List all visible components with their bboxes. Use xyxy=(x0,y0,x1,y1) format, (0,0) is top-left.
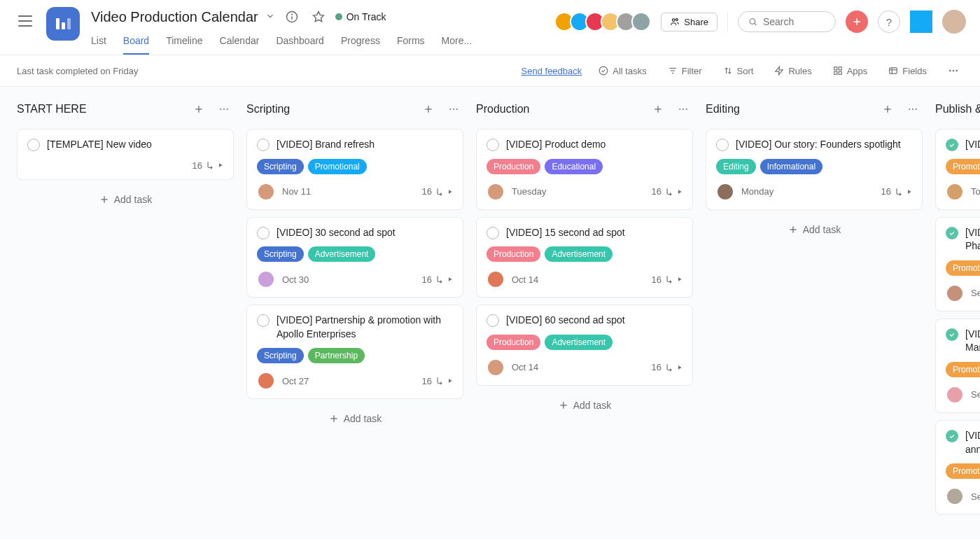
assignee-avatar[interactable] xyxy=(946,487,964,505)
hamburger-menu[interactable] xyxy=(14,10,36,32)
complete-checkbox[interactable] xyxy=(946,328,958,341)
due-date[interactable]: Sep 17 xyxy=(971,491,980,502)
due-date[interactable]: Nov 11 xyxy=(282,186,311,197)
column-add-button[interactable] xyxy=(189,99,209,119)
assignee-avatar[interactable] xyxy=(946,183,964,201)
search-box[interactable] xyxy=(738,11,836,32)
due-date[interactable]: Oct 27 xyxy=(282,376,309,386)
complete-checkbox[interactable] xyxy=(27,139,40,151)
global-add-button[interactable] xyxy=(846,10,868,33)
tag[interactable]: Educational xyxy=(545,159,603,174)
due-date[interactable]: Monday xyxy=(741,186,774,197)
add-task-button[interactable]: Add task xyxy=(17,187,234,212)
complete-checkbox[interactable] xyxy=(486,314,499,327)
column-title[interactable]: START HERE xyxy=(17,103,183,115)
subtask-count[interactable]: 16 xyxy=(422,274,453,285)
column-menu-button[interactable] xyxy=(444,99,463,119)
column-title[interactable]: Production xyxy=(476,103,643,115)
assignee-avatar[interactable] xyxy=(946,284,964,302)
upgrade-tile[interactable] xyxy=(910,10,932,33)
due-date[interactable]: Oct 30 xyxy=(282,274,309,285)
tab-board[interactable]: Board xyxy=(123,31,149,55)
task-card[interactable]: [TEMPLATE] New video 16 xyxy=(17,129,234,180)
subtask-count[interactable]: 16 xyxy=(881,186,912,197)
subtask-count[interactable]: 16 xyxy=(192,160,223,171)
subtask-count[interactable]: 16 xyxy=(422,376,453,386)
tab-forms[interactable]: Forms xyxy=(397,31,425,55)
column-menu-button[interactable] xyxy=(214,99,234,119)
tag[interactable]: Production xyxy=(486,159,540,174)
tab-calendar[interactable]: Calendar xyxy=(220,31,260,55)
add-task-button[interactable]: Add task xyxy=(246,406,463,431)
complete-checkbox[interactable] xyxy=(716,139,729,151)
chevron-down-icon[interactable] xyxy=(265,11,275,23)
profile-avatar[interactable] xyxy=(942,10,966,34)
filter-button[interactable]: Filter xyxy=(664,63,706,79)
tab-progress[interactable]: Progress xyxy=(341,31,380,55)
column-menu-button[interactable] xyxy=(673,99,693,119)
complete-checkbox[interactable] xyxy=(257,139,270,151)
feedback-link[interactable]: Send feedback xyxy=(522,66,582,76)
due-date[interactable]: Sep 23 xyxy=(971,389,980,400)
column-add-button[interactable] xyxy=(878,99,897,119)
tag[interactable]: Advertisement xyxy=(545,335,612,350)
share-button[interactable]: Share xyxy=(661,13,718,31)
add-task-button[interactable]: Add task xyxy=(476,393,693,418)
project-title[interactable]: Video Production Calendar xyxy=(91,9,258,25)
assignee-avatar[interactable] xyxy=(486,183,505,201)
column-add-button[interactable] xyxy=(648,99,668,119)
fields-button[interactable]: Fields xyxy=(884,63,931,79)
column-title[interactable]: Scripting xyxy=(246,103,413,115)
assignee-avatar[interactable] xyxy=(486,270,505,288)
complete-checkbox[interactable] xyxy=(257,227,270,239)
project-icon[interactable] xyxy=(46,7,80,41)
task-card[interactable]: [VIDEO] 60 second ad spot ProductionAdve… xyxy=(476,304,693,386)
tag[interactable]: Promotional xyxy=(308,159,367,174)
column-title[interactable]: Publish & promote xyxy=(935,103,980,115)
task-card[interactable]: [VIDEO] Our story: Founders spotlight Ed… xyxy=(706,129,923,210)
due-date[interactable]: Today xyxy=(971,186,980,197)
task-card[interactable]: [VIDEO] Nᴇannouncement Promotion Sep 17 xyxy=(935,420,980,514)
complete-checkbox[interactable] xyxy=(946,430,958,442)
tab-more[interactable]: More... xyxy=(442,31,472,55)
rules-button[interactable]: Rules xyxy=(770,63,816,79)
column-menu-button[interactable] xyxy=(903,99,923,119)
task-card[interactable]: [VIDEO] Partnership & promotion with Apo… xyxy=(246,304,463,399)
task-card[interactable]: [VIDEO] CᴏPham Promotion Sep 29 xyxy=(935,217,980,312)
tag[interactable]: Partnership xyxy=(308,348,365,363)
more-actions-button[interactable] xyxy=(944,62,963,79)
due-date[interactable]: Tuesday xyxy=(512,186,546,197)
member-avatar[interactable] xyxy=(631,12,651,31)
tab-timeline[interactable]: Timeline xyxy=(166,31,202,55)
complete-checkbox[interactable] xyxy=(486,227,499,239)
complete-checkbox[interactable] xyxy=(486,139,499,151)
task-card[interactable]: [VIDEO] Q Promotion Today xyxy=(935,129,980,210)
assignee-avatar[interactable] xyxy=(257,372,275,390)
task-card[interactable]: [VIDEO] FᴇMarketing Promotion Sep 23 xyxy=(935,318,980,413)
assignee-avatar[interactable] xyxy=(257,183,275,201)
tag[interactable]: Production xyxy=(486,246,540,262)
due-date[interactable]: Sep 29 xyxy=(971,288,980,298)
tag[interactable]: Scripting xyxy=(257,246,304,262)
sort-button[interactable]: Sort xyxy=(719,63,758,79)
assignee-avatar[interactable] xyxy=(716,183,734,201)
complete-checkbox[interactable] xyxy=(946,227,958,239)
tag[interactable]: Editing xyxy=(716,159,756,174)
subtask-count[interactable]: 16 xyxy=(652,186,682,197)
help-button[interactable]: ? xyxy=(878,10,900,33)
due-date[interactable]: Oct 14 xyxy=(512,362,538,372)
column-add-button[interactable] xyxy=(419,99,438,119)
search-input[interactable] xyxy=(763,16,825,27)
assignee-avatar[interactable] xyxy=(257,270,275,288)
column-title[interactable]: Editing xyxy=(706,103,872,115)
info-icon[interactable] xyxy=(282,7,302,27)
task-card[interactable]: [VIDEO] 30 second ad spot ScriptingAdver… xyxy=(246,217,463,298)
tag[interactable]: Promotion xyxy=(946,260,980,276)
tag[interactable]: Promotion xyxy=(946,362,980,377)
subtask-count[interactable]: 16 xyxy=(422,186,453,197)
status-pill[interactable]: On Track xyxy=(335,11,386,22)
due-date[interactable]: Oct 14 xyxy=(512,274,538,285)
task-card[interactable]: [VIDEO] Brand refresh ScriptingPromotion… xyxy=(246,129,463,210)
tab-dashboard[interactable]: Dashboard xyxy=(276,31,324,55)
tag[interactable]: Production xyxy=(486,335,540,350)
